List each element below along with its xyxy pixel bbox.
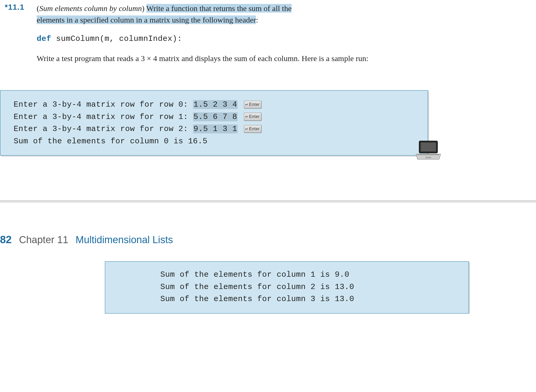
- sample-line: Sum of the elements for column 1 is 9.0: [160, 269, 458, 281]
- exercise-prompt-line2: elements in a specified column in a matr…: [37, 15, 256, 24]
- sample-line: Sum of the elements for column 3 is 13.0: [160, 293, 458, 305]
- page-number: 82: [0, 234, 12, 246]
- exercise-title-paren-open: (: [37, 4, 39, 13]
- sample-user-input: 5.5 6 7 8: [193, 112, 238, 121]
- sample-run-box-1: Enter a 3-by-4 matrix row for row 0: 1.5…: [0, 90, 428, 156]
- exercise-block: *11.1 (Sum elements column by column) Wr…: [0, 0, 536, 64]
- chapter-title: Multidimensional Lists: [76, 234, 173, 246]
- sample-line: Sum of the elements for column 2 is 13.0: [160, 281, 458, 293]
- sample-output: Sum of the elements for column 0 is 16.5: [14, 137, 207, 146]
- sample-prompt: Enter a 3-by-4 matrix row for row 2:: [14, 124, 193, 133]
- laptop-icon: [414, 139, 443, 164]
- exercise-prompt-line1: Write a function that returns the sum of…: [146, 4, 292, 13]
- code-signature: sumColumn(m, columnIndex):: [51, 34, 182, 43]
- sample-line: Enter a 3-by-4 matrix row for row 0: 1.5…: [14, 99, 414, 111]
- enter-key-icon: Enter: [244, 125, 261, 133]
- svg-rect-1: [421, 143, 436, 151]
- exercise-paragraph-2: Write a test program that reads a 3 × 4 …: [37, 53, 526, 64]
- chapter-label: Chapter 11: [19, 234, 68, 246]
- page-divider: [0, 200, 536, 202]
- sample-line: Sum of the elements for column 0 is 16.5: [14, 135, 414, 148]
- sample-prompt: Enter a 3-by-4 matrix row for row 1:: [14, 112, 193, 121]
- sample-user-input: 9.5 1 3 1: [193, 124, 238, 133]
- sample-line: Enter a 3-by-4 matrix row for row 1: 5.5…: [14, 111, 414, 123]
- exercise-body: (Sum elements column by column) Write a …: [37, 3, 526, 64]
- exercise-title-paren-close: ): [142, 4, 146, 13]
- exercise-number: *11.1: [5, 3, 24, 12]
- exercise-prompt-colon: :: [256, 15, 258, 24]
- sample-run-box-2: Sum of the elements for column 1 is 9.0 …: [105, 261, 469, 314]
- svg-rect-3: [425, 157, 431, 158]
- page: *11.1 (Sum elements column by column) Wr…: [0, 0, 536, 314]
- exercise-title: Sum elements column by column: [39, 4, 142, 13]
- code-header-line: def sumColumn(m, columnIndex):: [37, 33, 526, 45]
- chapter-heading: 82 Chapter 11 Multidimensional Lists: [0, 234, 536, 246]
- enter-key-icon: Enter: [244, 101, 261, 109]
- sample-prompt: Enter a 3-by-4 matrix row for row 0:: [14, 100, 193, 109]
- sample-user-input: 1.5 2 3 4: [193, 100, 238, 109]
- enter-key-icon: Enter: [244, 113, 261, 121]
- svg-rect-2: [418, 154, 439, 155]
- sample-line: Enter a 3-by-4 matrix row for row 2: 9.5…: [14, 123, 414, 135]
- keyword-def: def: [37, 34, 51, 43]
